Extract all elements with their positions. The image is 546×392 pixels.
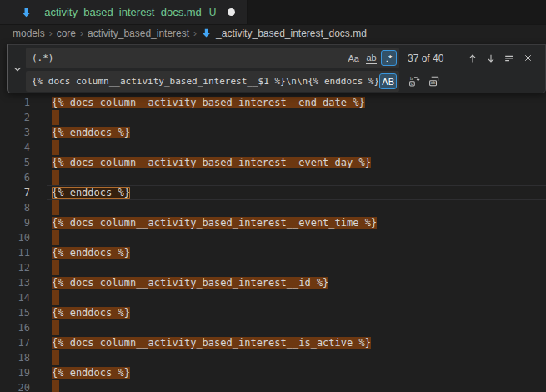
- breadcrumb-item[interactable]: activity_based_interest: [88, 28, 189, 39]
- code-text: [52, 260, 59, 275]
- code-text: {% docs column__activity_based_interest_…: [52, 275, 328, 290]
- match-case-button[interactable]: Aa: [346, 50, 362, 66]
- code-line[interactable]: 18: [0, 350, 546, 365]
- svg-text:ab: ab: [430, 80, 435, 85]
- code-text: {% enddocs %}: [52, 125, 130, 140]
- code-text: {% enddocs %}: [52, 365, 130, 380]
- line-number: 12: [0, 260, 30, 275]
- code-line[interactable]: 12: [0, 260, 546, 275]
- find-nav-buttons: [465, 51, 545, 66]
- match-highlight-empty: [52, 230, 59, 245]
- line-number: 10: [0, 230, 30, 245]
- tab-filename: _activity_based_interest_docs.md: [38, 6, 202, 18]
- code-line[interactable]: 11{% enddocs %}: [0, 245, 546, 260]
- line-number: 19: [0, 365, 30, 380]
- match-highlight: {% docs column__activity_based_interest_…: [52, 97, 365, 108]
- git-status-badge: U: [209, 7, 217, 18]
- vscode-window: _activity_based_interest_docs.md U model…: [0, 0, 546, 392]
- code-line[interactable]: 6: [0, 170, 546, 185]
- code-line[interactable]: 17{% docs column__activity_based_interes…: [0, 335, 546, 350]
- match-highlight: {% docs column__activity_based_interest_…: [52, 337, 371, 349]
- code-text: [52, 290, 59, 305]
- line-number: 1: [0, 95, 30, 110]
- code-text: {% enddocs %}: [52, 185, 130, 200]
- breadcrumb-item[interactable]: core: [57, 28, 76, 39]
- line-number: 20: [0, 380, 30, 392]
- line-number: 14: [0, 290, 30, 305]
- code-text: [52, 380, 59, 392]
- find-in-selection-button[interactable]: [502, 51, 517, 66]
- replace-all-button[interactable]: ab: [426, 74, 441, 89]
- code-text: [52, 350, 59, 365]
- code-line[interactable]: 16: [0, 320, 546, 335]
- code-line[interactable]: 20: [0, 380, 546, 392]
- line-number: 4: [0, 140, 30, 155]
- toggle-replace-button[interactable]: [8, 45, 26, 93]
- code-line[interactable]: 8: [0, 200, 546, 215]
- line-number: 15: [0, 305, 30, 320]
- code-text: [52, 320, 59, 335]
- code-line[interactable]: 4: [0, 140, 546, 155]
- unsaved-changes-dot[interactable]: [228, 8, 235, 16]
- code-line[interactable]: 2: [0, 110, 546, 125]
- match-highlight-empty: [52, 200, 59, 215]
- match-highlight-empty: [52, 140, 59, 155]
- code-line[interactable]: 1{% docs column__activity_based_interest…: [0, 95, 546, 110]
- match-highlight: {% enddocs %}: [52, 307, 130, 319]
- line-number: 7: [0, 185, 30, 200]
- match-highlight: {% enddocs %}: [52, 367, 130, 379]
- match-highlight: {% enddocs %}: [52, 247, 130, 259]
- breadcrumb-folders: models›core›activity_based_interest›: [13, 28, 197, 39]
- file-icon: [201, 28, 212, 38]
- match-highlight-empty: [52, 170, 59, 185]
- preserve-case-button[interactable]: AB: [379, 73, 397, 89]
- find-input[interactable]: [26, 48, 344, 68]
- regex-button[interactable]: .*: [381, 50, 397, 66]
- match-highlight: {% enddocs %}: [52, 127, 130, 138]
- match-highlight: {% docs column__activity_based_interest_…: [52, 217, 377, 229]
- find-widget-rows: Aa ab .* 37 of 40: [26, 45, 545, 93]
- whole-word-button[interactable]: ab: [363, 50, 379, 66]
- code-line[interactable]: 14: [0, 290, 546, 305]
- next-match-button[interactable]: [483, 51, 498, 66]
- breadcrumb-file-label: _activity_based_interest_docs.md: [216, 28, 367, 39]
- line-number: 2: [0, 110, 30, 125]
- breadcrumb-separator: ›: [49, 28, 53, 39]
- line-number: 8: [0, 200, 30, 215]
- match-highlight-empty: [52, 260, 59, 275]
- find-row: Aa ab .* 37 of 40: [26, 48, 545, 68]
- line-number: 17: [0, 335, 30, 350]
- code-line[interactable]: 5{% docs column__activity_based_interest…: [0, 155, 546, 170]
- replace-icon: b c: [408, 75, 420, 88]
- close-button[interactable]: [520, 51, 535, 66]
- line-number: 18: [0, 350, 30, 365]
- code-line[interactable]: 3{% enddocs %}: [0, 125, 546, 140]
- editor-tab[interactable]: _activity_based_interest_docs.md U: [0, 0, 248, 24]
- editor-pane: 1{% docs column__activity_based_interest…: [0, 42, 546, 392]
- code-line[interactable]: 19{% enddocs %}: [0, 365, 546, 380]
- svg-text:c: c: [411, 81, 413, 86]
- replace-button[interactable]: b c: [406, 74, 421, 89]
- line-number: 3: [0, 125, 30, 140]
- match-highlight-empty: [52, 110, 59, 125]
- code-line[interactable]: 10: [0, 230, 546, 245]
- code-line[interactable]: 15{% enddocs %}: [0, 305, 546, 320]
- current-match-highlight: {% enddocs %}: [52, 187, 130, 199]
- replace-input[interactable]: [26, 71, 378, 92]
- code-line[interactable]: 9{% docs column__activity_based_interest…: [0, 215, 546, 230]
- code-line[interactable]: 7{% enddocs %}: [0, 185, 546, 200]
- code-line[interactable]: 13{% docs column__activity_based_interes…: [0, 275, 546, 290]
- match-highlight-empty: [52, 290, 59, 305]
- line-number: 6: [0, 170, 30, 185]
- previous-match-button[interactable]: [465, 51, 480, 66]
- line-number: 13: [0, 275, 30, 290]
- code-text: [52, 140, 59, 155]
- breadcrumb-item[interactable]: models: [13, 28, 45, 39]
- replace-input-box: AB: [26, 71, 399, 92]
- line-number: 5: [0, 155, 30, 170]
- breadcrumb-file[interactable]: _activity_based_interest_docs.md: [201, 28, 367, 39]
- chevron-down-icon: [12, 63, 23, 75]
- find-widget: Aa ab .* 37 of 40: [7, 44, 546, 93]
- whole-word-label: ab: [366, 53, 376, 64]
- results-count: 37 of 40: [408, 53, 443, 64]
